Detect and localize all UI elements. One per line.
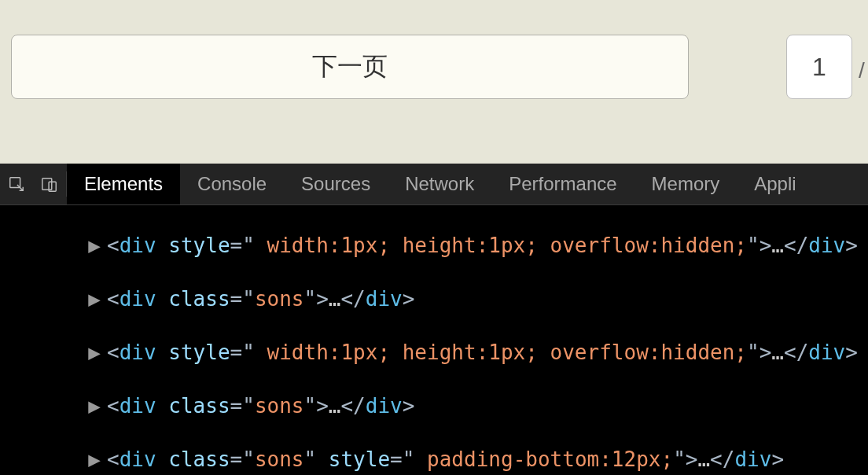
tab-elements[interactable]: Elements: [67, 164, 180, 204]
devtools-panel: Elements Console Sources Network Perform…: [0, 164, 868, 475]
dom-node[interactable]: ▶<div style=" width:1px; height:1px; ove…: [0, 232, 868, 259]
inspect-icon[interactable]: [0, 164, 33, 204]
tab-performance[interactable]: Performance: [491, 164, 634, 204]
expand-tri-icon[interactable]: ▶: [86, 232, 102, 259]
expand-tri-icon[interactable]: ▶: [86, 339, 102, 366]
tab-application[interactable]: Appli: [737, 164, 813, 204]
next-page-button[interactable]: 下一页: [11, 35, 689, 99]
dom-node[interactable]: ▶<div class="sons" style=" padding-botto…: [0, 446, 868, 473]
elements-dom-tree[interactable]: ▶<div style=" width:1px; height:1px; ove…: [0, 205, 868, 475]
dom-node[interactable]: ▶<div class="sons">…</div>: [0, 392, 868, 419]
page-number-input[interactable]: 1: [786, 35, 852, 99]
devtools-toolbar: Elements Console Sources Network Perform…: [0, 164, 868, 205]
tab-network[interactable]: Network: [388, 164, 491, 204]
dom-node[interactable]: ▶<div style=" width:1px; height:1px; ove…: [0, 339, 868, 366]
tab-console[interactable]: Console: [180, 164, 284, 204]
expand-tri-icon[interactable]: ▶: [86, 392, 102, 419]
page-separator: /: [859, 39, 865, 102]
dom-node[interactable]: ▶<div class="sons">…</div>: [0, 285, 868, 312]
expand-tri-icon[interactable]: ▶: [86, 285, 102, 312]
svg-rect-1: [42, 179, 52, 190]
webpage-area: 下一页 1 /: [0, 0, 868, 164]
tab-memory[interactable]: Memory: [634, 164, 737, 204]
tab-sources[interactable]: Sources: [284, 164, 388, 204]
device-toggle-icon[interactable]: [33, 164, 66, 204]
expand-tri-icon[interactable]: ▶: [86, 446, 102, 473]
